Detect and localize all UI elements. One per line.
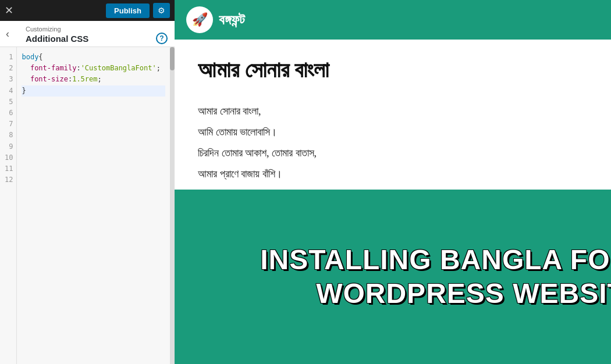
code-editor[interactable]: 1 2 3 4 5 6 7 8 9 10 11 12 body{ font-fa… [0, 47, 175, 364]
body-line-4: আমার প্রাণে বাজায় বাঁশি। [198, 163, 588, 184]
top-bar: ✕ Publish ⚙ [0, 0, 175, 21]
code-line-6 [22, 108, 165, 119]
scrollbar-thumb[interactable] [170, 47, 175, 70]
banner-line-2: WORDPRESS WEBSITE [316, 278, 611, 309]
section-title: Additional CSS [26, 34, 88, 44]
publish-button[interactable]: Publish [106, 3, 150, 18]
code-line-1: body{ [22, 52, 165, 63]
line-numbers: 1 2 3 4 5 6 7 8 9 10 11 12 [0, 47, 17, 364]
body-line-2: আমি তোমায় ভালোবাসি। [198, 122, 588, 142]
right-panel: 🚀 বঙ্গফন্ট আমার সোনার বাংলা আমার সোনার ব… [175, 0, 611, 364]
site-title: বঙ্গফন্ট [219, 12, 245, 28]
code-line-10 [22, 152, 165, 163]
close-button[interactable]: ✕ [5, 5, 13, 16]
code-line-3: font-size:1.5rem; [22, 74, 165, 85]
code-line-12 [22, 174, 165, 185]
banner-line-1: INSTALLING BANGLA FONT ON [260, 244, 611, 275]
customizing-bar: ‹ Customizing Additional CSS ? [0, 21, 175, 47]
code-line-7 [22, 119, 165, 130]
body-line-1: আমার সোনার বাংলা, [198, 101, 588, 122]
scrollbar[interactable] [170, 47, 175, 364]
left-panel: ✕ Publish ⚙ ‹ Customizing Additional CSS… [0, 0, 175, 364]
back-button[interactable]: ‹ [6, 28, 9, 40]
code-line-4: } [22, 85, 165, 97]
code-line-9 [22, 141, 165, 152]
gear-button[interactable]: ⚙ [153, 3, 170, 18]
site-header: 🚀 বঙ্গফন্ট [175, 0, 611, 40]
body-line-3: চিরদিন তোমার আকাশ, তোমার বাতাস, [198, 142, 588, 163]
help-icon[interactable]: ? [156, 33, 168, 44]
section-title-row: Additional CSS ? [26, 33, 168, 44]
page-heading: আমার সোনার বাংলা [198, 57, 588, 83]
bottom-banner: INSTALLING BANGLA FONT ON WORDPRESS WEBS… [175, 190, 611, 364]
logo-icon: 🚀 [192, 12, 208, 27]
code-line-11 [22, 163, 165, 174]
code-line-5 [22, 97, 165, 108]
code-line-8 [22, 130, 165, 141]
customizing-label: Customizing [26, 26, 168, 33]
top-bar-actions: Publish ⚙ [106, 3, 170, 18]
code-content[interactable]: body{ font-family:'CustomBanglaFont'; fo… [17, 47, 170, 364]
page-body: আমার সোনার বাংলা, আমি তোমায় ভালোবাসি। চ… [198, 101, 588, 184]
banner-text: INSTALLING BANGLA FONT ON WORDPRESS WEBS… [260, 243, 611, 310]
code-line-2: font-family:'CustomBanglaFont'; [22, 63, 165, 74]
logo-circle: 🚀 [186, 6, 213, 33]
